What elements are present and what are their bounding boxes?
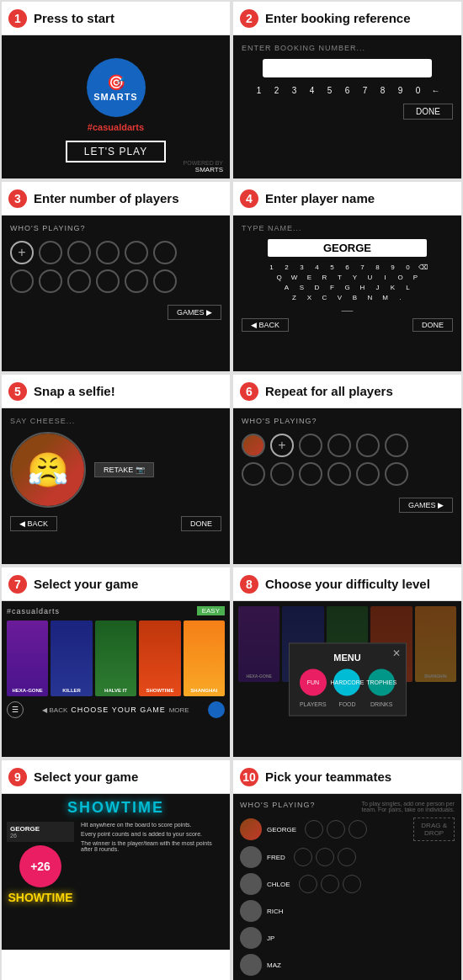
numpad-key-4[interactable]: 4 (305, 86, 320, 95)
kb-d[interactable]: D (311, 284, 324, 291)
player-slot-11[interactable] (153, 269, 177, 293)
kb-n[interactable]: N (364, 294, 377, 301)
player-slot-3[interactable] (96, 241, 120, 264)
kb-space[interactable]: ___ (322, 304, 373, 312)
kb-s[interactable]: S (295, 284, 309, 291)
kb-key-2[interactable]: 2 (280, 264, 294, 271)
ec-9[interactable] (343, 875, 361, 893)
kb-dot[interactable]: . (394, 294, 407, 301)
kb-key-3[interactable]: 3 (295, 264, 309, 271)
selfie-done-button[interactable]: DONE (181, 516, 221, 531)
player-slot-6-4[interactable] (327, 434, 351, 457)
player-slot-6-7[interactable] (242, 462, 265, 486)
ec-2[interactable] (327, 820, 345, 839)
player-slot-4[interactable] (125, 241, 148, 264)
ec-8[interactable] (321, 875, 339, 893)
menu-icon-7[interactable]: ☰ (7, 701, 24, 718)
player-slot-6-11[interactable] (356, 462, 380, 486)
numpad-key-3[interactable]: 3 (287, 86, 302, 95)
drag-drop-box[interactable]: DRAG & DROP (413, 818, 455, 841)
booking-done-button[interactable]: DONE (403, 104, 453, 120)
kb-l[interactable]: L (402, 284, 415, 291)
numpad-key-0[interactable]: 0 (411, 86, 426, 95)
add-player-button-6[interactable]: + (270, 434, 294, 457)
numpad-key-9[interactable]: 9 (393, 86, 408, 95)
ec-5[interactable] (316, 848, 334, 866)
kb-key-6[interactable]: 6 (341, 264, 354, 271)
player-slot-6-9[interactable] (299, 462, 322, 486)
kb-x[interactable]: X (303, 294, 317, 301)
player-slot-2[interactable] (67, 241, 91, 264)
kb-back-button[interactable]: ◀ BACK (242, 318, 289, 332)
booking-input[interactable] (263, 59, 432, 77)
player-slot-6-12[interactable] (385, 462, 408, 486)
kb-p[interactable]: P (409, 274, 423, 281)
game-card-showtime[interactable]: SHOWTIME (139, 620, 180, 696)
menu-fun-button[interactable]: FUN (300, 668, 327, 695)
player-slot-6-6[interactable] (385, 434, 408, 457)
ec-6[interactable] (338, 848, 356, 866)
kb-k[interactable]: K (386, 284, 400, 291)
numpad-key-7[interactable]: 7 (358, 86, 373, 95)
menu-close-button[interactable]: ✕ (392, 647, 401, 658)
kb-z[interactable]: Z (288, 294, 301, 301)
kb-key-9[interactable]: 9 (386, 264, 400, 271)
kb-v[interactable]: V (333, 294, 347, 301)
kb-done-button[interactable]: DONE (412, 318, 453, 332)
add-player-button[interactable]: + (10, 241, 34, 264)
kb-backspace[interactable]: ⌫ (417, 264, 430, 271)
numpad-key-backspace[interactable]: ← (428, 86, 444, 95)
game-card-halveit[interactable]: HALVE IT (95, 620, 136, 696)
player-slot-5[interactable] (153, 241, 177, 264)
kb-key-8[interactable]: 8 (371, 264, 385, 271)
menu-trophies-button[interactable]: TROPHIES (368, 668, 395, 695)
numpad-key-8[interactable]: 8 (375, 86, 391, 95)
game-card-killer[interactable]: KILLER (51, 620, 92, 696)
kb-r[interactable]: R (318, 274, 332, 281)
kb-h[interactable]: H (356, 284, 370, 291)
player-slot-6-10[interactable] (327, 462, 351, 486)
kb-e[interactable]: E (303, 274, 317, 281)
player-slot-6-5[interactable] (356, 434, 380, 457)
kb-u[interactable]: U (364, 274, 377, 281)
kb-b[interactable]: B (349, 294, 362, 301)
games-button-6[interactable]: GAMES ▶ (399, 498, 453, 513)
numpad-key-2[interactable]: 2 (269, 86, 285, 95)
back-arrow-7[interactable]: ◀ BACK (42, 706, 67, 714)
kb-j[interactable]: J (371, 284, 385, 291)
kb-key-0[interactable]: 0 (402, 264, 415, 271)
menu-hardcore-button[interactable]: HARDCORE (333, 668, 360, 695)
player-slot-7[interactable] (39, 269, 62, 293)
kb-t[interactable]: T (333, 274, 347, 281)
numpad-key-6[interactable]: 6 (340, 86, 355, 95)
game-card-shanghai[interactable]: SHANGHAI (184, 620, 225, 696)
kb-key-5[interactable]: 5 (326, 264, 339, 271)
player-slot-8[interactable] (67, 269, 91, 293)
games-button-3[interactable]: GAMES ▶ (168, 305, 221, 320)
kb-key-4[interactable]: 4 (311, 264, 324, 271)
player-slot-1[interactable] (39, 241, 62, 264)
kb-f[interactable]: F (326, 284, 339, 291)
kb-a[interactable]: A (280, 284, 294, 291)
kb-i[interactable]: I (379, 274, 392, 281)
more-text-7[interactable]: MORE (169, 706, 189, 714)
player-slot-10[interactable] (125, 269, 148, 293)
ec-4[interactable] (294, 848, 312, 866)
kb-q[interactable]: Q (273, 274, 286, 281)
lets-play-button[interactable]: LET'S PLAY (66, 141, 166, 162)
game-card-hexagone[interactable]: HEXA-GONE (7, 620, 48, 696)
kb-key-1[interactable]: 1 (265, 264, 279, 271)
kb-c[interactable]: C (318, 294, 332, 301)
kb-g[interactable]: G (341, 284, 354, 291)
numpad-key-5[interactable]: 5 (322, 86, 338, 95)
kb-o[interactable]: O (394, 274, 407, 281)
player-slot-6-3[interactable] (299, 434, 322, 457)
selfie-back-button[interactable]: ◀ BACK (10, 516, 57, 531)
kb-y[interactable]: Y (349, 274, 362, 281)
player-slot-9[interactable] (96, 269, 120, 293)
retake-button[interactable]: RETAKE 📷 (94, 462, 154, 477)
player-slot-6[interactable] (10, 269, 34, 293)
kb-key-7[interactable]: 7 (356, 264, 370, 271)
ec-7[interactable] (299, 875, 317, 893)
kb-w[interactable]: W (288, 274, 301, 281)
